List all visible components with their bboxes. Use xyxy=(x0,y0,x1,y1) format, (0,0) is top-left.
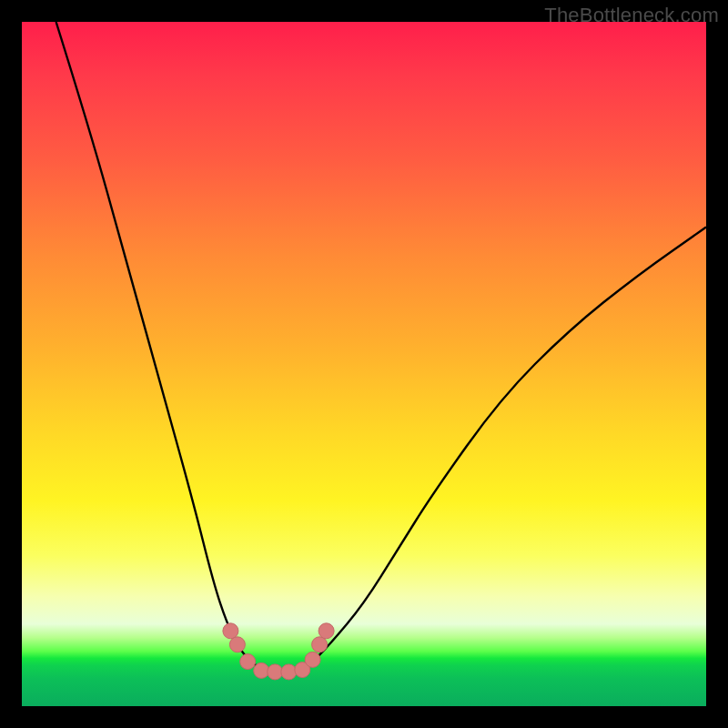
data-marker xyxy=(281,664,297,680)
data-marker xyxy=(268,664,283,680)
data-marker xyxy=(318,623,334,639)
data-marker xyxy=(305,652,320,667)
chart-svg xyxy=(22,22,706,706)
right-curve xyxy=(296,228,706,672)
data-marker xyxy=(254,662,269,678)
chart-frame: TheBottleneck.com xyxy=(0,0,728,728)
left-curve xyxy=(56,22,268,672)
data-marker xyxy=(229,637,245,652)
data-marker xyxy=(240,654,256,670)
data-marker xyxy=(312,637,328,652)
curve-layer xyxy=(56,22,706,672)
data-marker xyxy=(223,623,238,639)
marker-layer xyxy=(223,623,334,680)
watermark-label: TheBottleneck.com xyxy=(544,4,719,27)
